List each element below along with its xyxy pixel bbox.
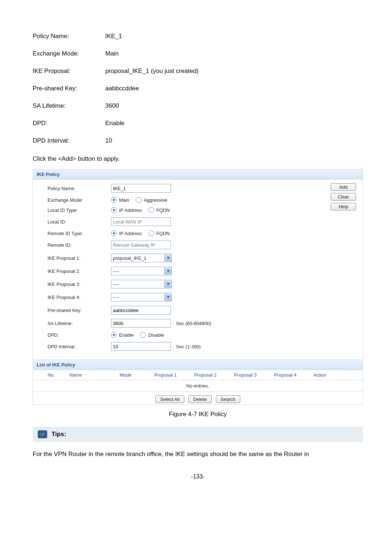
select-value: ---- bbox=[111, 268, 164, 274]
dpd-label: DPD: bbox=[48, 332, 111, 338]
spec-value: 3600 bbox=[105, 102, 119, 110]
sa-lifetime-input[interactable] bbox=[111, 319, 171, 328]
spec-value: aabbccddee bbox=[105, 85, 139, 92]
local-id-input[interactable] bbox=[111, 217, 171, 226]
radio-icon bbox=[136, 197, 142, 203]
local-id-type-label: Local ID Type: bbox=[48, 208, 111, 213]
tips-bar: ☞ Tips: bbox=[33, 427, 363, 442]
spec-label: IKE Proposal: bbox=[33, 67, 105, 75]
ike-proposal-3-label: IKE Proposal 3: bbox=[48, 282, 111, 287]
panel-title: IKE Policy bbox=[33, 169, 363, 180]
dpd-interval-hint: Sec (1-300) bbox=[176, 344, 201, 349]
col-proposal-4: Proposal 4 bbox=[265, 372, 305, 378]
figure-caption: Figure 4-7 IKE Policy bbox=[33, 411, 363, 418]
ike-policy-panel: IKE Policy Add Clear Help Policy Name: E… bbox=[33, 169, 363, 405]
spec-table: Policy Name:IKE_1 Exchange Mode:Main IKE… bbox=[33, 33, 363, 144]
radio-label: FQDN bbox=[156, 231, 170, 236]
chevron-down-icon bbox=[164, 254, 171, 262]
help-button[interactable]: Help bbox=[331, 203, 356, 210]
radio-label: FQDN bbox=[156, 208, 170, 213]
radio-icon bbox=[148, 207, 154, 213]
add-button[interactable]: Add bbox=[331, 183, 356, 191]
body-text: For the VPN Router in the remote branch … bbox=[33, 449, 363, 459]
clear-button[interactable]: Clear bbox=[331, 193, 356, 201]
spec-label: DPD: bbox=[33, 120, 105, 127]
spec-value: 10 bbox=[105, 137, 112, 144]
select-value: ---- bbox=[111, 295, 164, 300]
remote-id-type-ip-radio[interactable]: IP Address bbox=[111, 230, 142, 236]
radio-icon bbox=[140, 332, 146, 338]
spec-label: Exchange Mode: bbox=[33, 50, 105, 57]
policy-name-label: Policy Name: bbox=[48, 186, 111, 191]
local-id-type-fqdn-radio[interactable]: FQDN bbox=[148, 207, 170, 213]
spec-value: proposal_IKE_1 (you just created) bbox=[105, 67, 199, 75]
table-header-row: No. Name Mode Proposal 1 Proposal 2 Prop… bbox=[33, 370, 363, 380]
search-button[interactable]: Search bbox=[216, 395, 240, 403]
spec-label: SA Lifetime: bbox=[33, 102, 105, 110]
radio-label: Disable bbox=[148, 332, 164, 338]
tips-label: Tips: bbox=[52, 431, 66, 438]
spec-label: DPD Interval: bbox=[33, 137, 105, 144]
remote-id-input[interactable] bbox=[111, 241, 171, 249]
radio-icon bbox=[111, 230, 117, 236]
radio-label: Enable bbox=[119, 332, 134, 338]
chevron-down-icon bbox=[164, 294, 171, 301]
spec-value: Enable bbox=[105, 120, 124, 127]
dpd-disable-radio[interactable]: Disable bbox=[140, 332, 164, 338]
sa-lifetime-hint: Sec (60-604800) bbox=[176, 321, 211, 326]
col-proposal-2: Proposal 2 bbox=[185, 372, 225, 378]
ike-proposal-1-select[interactable]: proposal_IKE_1 bbox=[111, 254, 172, 262]
radio-icon bbox=[111, 207, 117, 213]
ike-proposal-2-select[interactable]: ---- bbox=[111, 267, 172, 275]
ike-proposal-1-label: IKE Proposal 1: bbox=[48, 255, 111, 261]
local-id-type-ip-radio[interactable]: IP Address bbox=[111, 207, 142, 213]
col-name: Name bbox=[69, 372, 106, 378]
no-entries-text: No entries. bbox=[33, 380, 363, 392]
ike-proposal-4-select[interactable]: ---- bbox=[111, 293, 172, 301]
radio-label: IP Address bbox=[119, 208, 142, 213]
delete-button[interactable]: Delete bbox=[188, 395, 212, 403]
dpd-interval-label: DPD Interval: bbox=[48, 344, 111, 349]
tips-icon: ☞ bbox=[38, 430, 47, 438]
preshared-key-input[interactable] bbox=[111, 306, 171, 315]
radio-label: Main bbox=[119, 197, 129, 203]
radio-icon bbox=[111, 332, 117, 338]
ike-proposal-2-label: IKE Proposal 2: bbox=[48, 268, 111, 274]
preshared-key-label: Pre-shared Key: bbox=[48, 308, 111, 313]
spec-value: Main bbox=[105, 50, 119, 57]
page-number: -133- bbox=[33, 473, 363, 480]
instruction-text: Click the <Add> button to apply. bbox=[33, 155, 363, 163]
col-mode: Mode bbox=[106, 372, 146, 378]
dpd-interval-input[interactable] bbox=[111, 342, 171, 351]
col-action: Action bbox=[305, 372, 334, 378]
remote-id-type-label: Remote ID Type: bbox=[48, 231, 111, 236]
radio-icon bbox=[148, 230, 154, 236]
dpd-enable-radio[interactable]: Enable bbox=[111, 332, 134, 338]
select-all-button[interactable]: Select All bbox=[155, 395, 184, 403]
spec-label: Pre-shared Key: bbox=[33, 85, 105, 92]
col-no: No. bbox=[48, 372, 69, 378]
radio-icon bbox=[111, 197, 117, 203]
col-proposal-1: Proposal 1 bbox=[146, 372, 185, 378]
select-value: ---- bbox=[111, 282, 164, 287]
remote-id-type-fqdn-radio[interactable]: FQDN bbox=[148, 230, 170, 236]
chevron-down-icon bbox=[164, 267, 171, 275]
col-proposal-3: Proposal 3 bbox=[225, 372, 265, 378]
exchange-mode-aggressive-radio[interactable]: Aggressive bbox=[136, 197, 167, 203]
policy-name-input[interactable] bbox=[111, 184, 171, 193]
spec-value: IKE_1 bbox=[105, 33, 122, 40]
sa-lifetime-label: SA Lifetime: bbox=[48, 321, 111, 326]
radio-label: IP Address bbox=[119, 231, 142, 236]
exchange-mode-label: Exchange Mode: bbox=[48, 197, 111, 203]
ike-proposal-3-select[interactable]: ---- bbox=[111, 280, 172, 288]
radio-label: Aggressive bbox=[144, 197, 167, 203]
list-title: List of IKE Policy bbox=[33, 360, 363, 370]
remote-id-label: Remote ID: bbox=[48, 242, 111, 248]
chevron-down-icon bbox=[164, 280, 171, 288]
local-id-label: Local ID: bbox=[48, 219, 111, 225]
select-value: proposal_IKE_1 bbox=[111, 255, 164, 261]
exchange-mode-main-radio[interactable]: Main bbox=[111, 197, 129, 203]
spec-label: Policy Name: bbox=[33, 33, 105, 40]
ike-proposal-4-label: IKE Proposal 4: bbox=[48, 295, 111, 300]
